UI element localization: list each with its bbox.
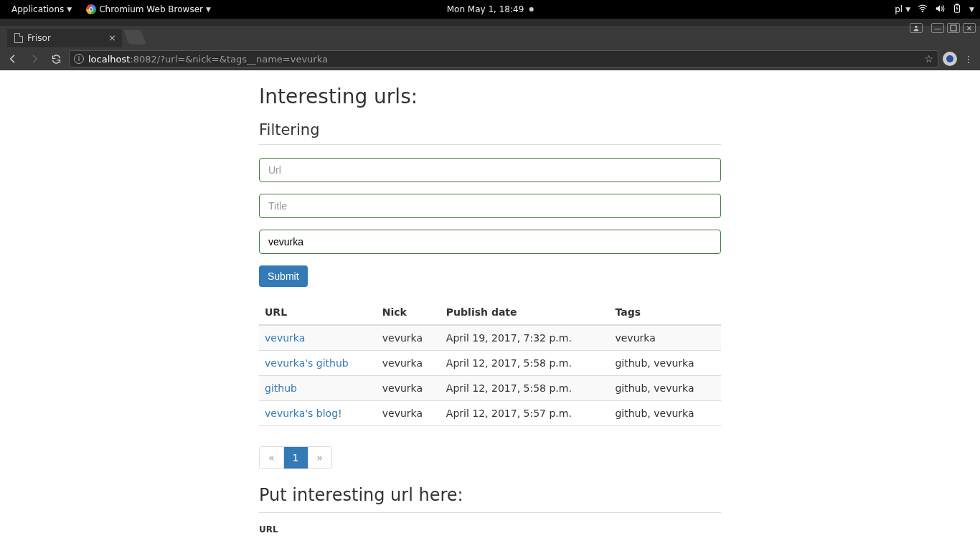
- applications-menu[interactable]: Applications ▼: [6, 4, 77, 14]
- bookmark-star-icon[interactable]: ☆: [924, 53, 933, 65]
- address-bar[interactable]: i localhost:8082/?url=&nick=&tags__name=…: [69, 50, 938, 67]
- back-button[interactable]: [4, 50, 22, 67]
- submit-button[interactable]: Submit: [259, 265, 308, 287]
- row-date: April 12, 2017, 5:58 p.m.: [440, 351, 610, 376]
- profile-button[interactable]: [910, 23, 923, 33]
- browser-menu-label: Chromium Web Browser: [99, 4, 203, 14]
- url-field-label: URL: [259, 524, 721, 534]
- svg-rect-2: [956, 4, 958, 4]
- tab-title: Frisor: [27, 33, 51, 43]
- tag-filter-input[interactable]: [259, 230, 721, 254]
- page-content: Interesting urls: Filtering Submit URL N…: [259, 85, 721, 534]
- row-nick: vevurka: [377, 351, 440, 376]
- filtering-heading: Filtering: [259, 121, 721, 145]
- row-url-link[interactable]: github: [265, 382, 297, 394]
- title-filter-input[interactable]: [259, 194, 721, 218]
- pagination: « 1 »: [259, 446, 332, 469]
- close-window-button[interactable]: ✕: [963, 23, 976, 33]
- row-tags: github, vevurka: [609, 351, 721, 376]
- row-date: April 12, 2017, 5:58 p.m.: [440, 376, 610, 401]
- reload-button[interactable]: [47, 50, 65, 67]
- clock-menu[interactable]: Mon May 1, 18:49: [441, 4, 540, 14]
- site-info-icon[interactable]: i: [74, 54, 84, 64]
- browser-tab[interactable]: Frisor ×: [7, 29, 122, 47]
- row-date: April 19, 2017, 7:32 p.m.: [440, 325, 610, 351]
- applications-label: Applications: [11, 4, 64, 14]
- results-table: URL Nick Publish date Tags vevurka vevur…: [259, 300, 721, 426]
- wifi-icon[interactable]: [918, 4, 928, 16]
- row-nick: vevurka: [377, 325, 440, 351]
- row-tags: vevurka: [609, 325, 721, 351]
- keyboard-layout-label: pl: [895, 4, 903, 14]
- svg-point-5: [946, 55, 953, 62]
- url-host: localhost: [88, 54, 130, 65]
- url-filter-input[interactable]: [259, 158, 721, 182]
- clock-text: Mon May 1, 18:49: [447, 4, 524, 14]
- desktop-topbar: Applications ▼ Chromium Web Browser ▼ Mo…: [0, 0, 980, 19]
- row-url-link[interactable]: vevurka's blog!: [265, 408, 342, 419]
- col-tags: Tags: [609, 300, 721, 325]
- row-nick: vevurka: [377, 376, 440, 401]
- pagination-next[interactable]: »: [308, 447, 332, 468]
- row-url-link[interactable]: vevurka: [265, 332, 305, 344]
- browser-toolbar: i localhost:8082/?url=&nick=&tags__name=…: [0, 47, 980, 70]
- minimize-button[interactable]: —: [931, 23, 944, 33]
- browser-menu-icon[interactable]: ⋮: [961, 52, 976, 66]
- maximize-button[interactable]: [947, 23, 960, 33]
- volume-icon[interactable]: [935, 4, 945, 16]
- chevron-down-icon: ▼: [206, 6, 211, 13]
- svg-rect-4: [951, 25, 956, 31]
- chromium-icon: [86, 4, 96, 14]
- window-frame: — ✕: [0, 19, 980, 26]
- battery-icon[interactable]: [952, 4, 962, 16]
- chevron-down-icon: ▼: [905, 6, 910, 13]
- page-title: Interesting urls:: [259, 85, 721, 108]
- col-nick: Nick: [377, 300, 440, 325]
- row-url-link[interactable]: vevurka's github: [265, 357, 349, 369]
- system-menu-chevron-icon[interactable]: ▼: [969, 6, 974, 13]
- pagination-page-1[interactable]: 1: [284, 447, 308, 468]
- table-row: vevurka vevurka April 19, 2017, 7:32 p.m…: [259, 325, 721, 351]
- pagination-prev[interactable]: «: [260, 447, 284, 468]
- row-tags: github, vevurka: [609, 401, 721, 426]
- url-path: :8082/?url=&nick=&tags__name=vevurka: [130, 54, 328, 65]
- table-row: github vevurka April 12, 2017, 5:58 p.m.…: [259, 376, 721, 401]
- col-date: Publish date: [440, 300, 610, 325]
- browser-window-menu[interactable]: Chromium Web Browser ▼: [80, 4, 217, 14]
- table-row: vevurka's github vevurka April 12, 2017,…: [259, 351, 721, 376]
- table-row: vevurka's blog! vevurka April 12, 2017, …: [259, 401, 721, 426]
- col-url: URL: [259, 300, 377, 325]
- page-icon: [14, 33, 23, 43]
- close-tab-icon[interactable]: ×: [108, 32, 116, 43]
- extension-icon[interactable]: [943, 52, 957, 66]
- keyboard-layout-menu[interactable]: pl ▼: [895, 4, 910, 14]
- row-tags: github, vevurka: [609, 376, 721, 401]
- tab-strip: Frisor ×: [0, 26, 980, 47]
- row-nick: vevurka: [377, 401, 440, 426]
- put-url-heading: Put interesting url here:: [259, 485, 721, 513]
- page-viewport[interactable]: Interesting urls: Filtering Submit URL N…: [0, 70, 980, 551]
- forward-button: [26, 50, 43, 67]
- notification-dot-icon: [529, 7, 533, 11]
- svg-point-0: [922, 11, 923, 11]
- chevron-down-icon: ▼: [67, 6, 72, 13]
- svg-point-3: [915, 26, 917, 28]
- new-tab-button[interactable]: [123, 30, 146, 44]
- row-date: April 12, 2017, 5:57 p.m.: [440, 401, 610, 426]
